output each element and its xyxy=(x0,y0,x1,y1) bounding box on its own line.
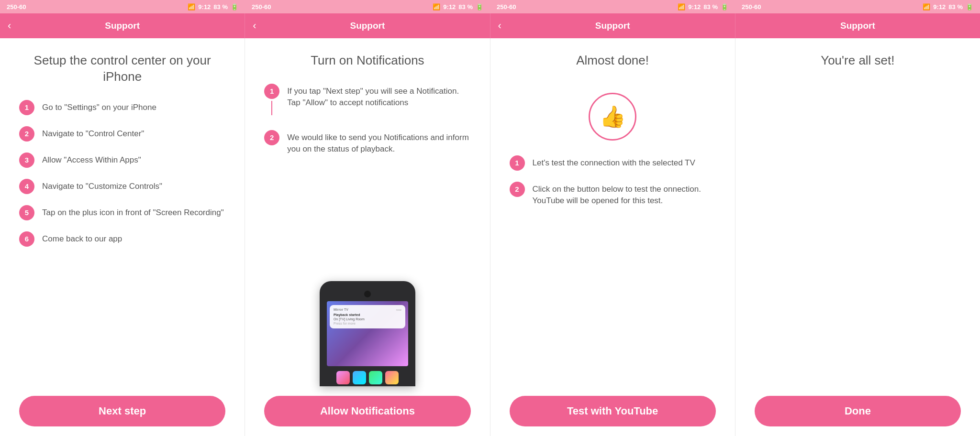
notif-step-text-1: If you tap "Next step" you will see a No… xyxy=(287,83,470,109)
header-bar: ‹ Support ‹ Support ‹ Support Support xyxy=(0,13,980,38)
app-icon-1 xyxy=(336,371,350,384)
battery-icon-2: 🔋 xyxy=(476,3,483,11)
panel3-step-2: 2 Click on the button below to test the … xyxy=(510,181,716,207)
step-2: 2 Navigate to "Control Center" xyxy=(19,126,225,142)
panel3-step-number-2: 2 xyxy=(510,182,525,197)
battery-3: 83 % xyxy=(703,3,718,11)
step-3: 3 Allow "Access Within Apps" xyxy=(19,152,225,168)
step-number-col-1: 1 xyxy=(264,83,279,115)
battery-icon-3: 🔋 xyxy=(721,3,728,11)
step-number-4: 4 xyxy=(19,179,34,194)
step-number-1: 1 xyxy=(19,100,34,115)
app-icon-4 xyxy=(385,371,399,384)
time-4: 9:12 xyxy=(933,3,946,11)
panel3-step-text-1: Let's test the connection with the selec… xyxy=(533,155,695,169)
step-number-5: 5 xyxy=(19,205,34,220)
step-4: 4 Navigate to "Customize Controls" xyxy=(19,178,225,194)
next-step-button[interactable]: Next step xyxy=(19,396,225,426)
notif-step-number-1: 1 xyxy=(264,84,279,99)
step-6: 6 Come back to our app xyxy=(19,231,225,247)
panel3-step-1: 1 Let's test the connection with the sel… xyxy=(510,155,716,171)
status-bar: 250-60 📶 9:12 83 % 🔋 250-60 📶 9:12 83 % … xyxy=(0,0,980,13)
notif-step-number-2: 2 xyxy=(264,130,279,145)
allow-notifications-button[interactable]: Allow Notifications xyxy=(264,396,470,426)
panel2-steps: 1 If you tap "Next step" you will see a … xyxy=(264,83,470,235)
panel4-content xyxy=(755,83,961,386)
notif-step-1: 1 If you tap "Next step" you will see a … xyxy=(264,83,470,115)
notif-app-name: Mirror TV xyxy=(334,308,348,311)
header-title-2: Support xyxy=(350,21,385,31)
carrier-4: 250-60 xyxy=(742,3,761,11)
wifi-icon-3: 📶 xyxy=(678,3,685,11)
step-number-2: 2 xyxy=(19,126,34,142)
step-number-3: 3 xyxy=(19,153,34,168)
panel-notifications: Turn on Notifications 1 If you tap "Next… xyxy=(245,38,490,436)
step-text-3: Allow "Access Within Apps" xyxy=(42,152,141,166)
panel2-footer: Allow Notifications xyxy=(264,386,470,426)
back-button-1[interactable]: ‹ xyxy=(8,20,11,32)
step-1: 1 Go to "Settings" on your iPhone xyxy=(19,99,225,115)
app-icon-3 xyxy=(369,371,382,384)
header-panel-4: Support xyxy=(735,13,980,38)
step-5: 5 Tap on the plus icon in front of "Scre… xyxy=(19,205,225,220)
carrier-1: 250-60 xyxy=(7,3,26,11)
carrier-3: 250-60 xyxy=(497,3,516,11)
test-youtube-button[interactable]: Test with YouTube xyxy=(510,396,716,426)
panel4-title: You're all set! xyxy=(755,53,961,69)
thumbs-up-icon: 👍 xyxy=(589,93,636,141)
step-number-6: 6 xyxy=(19,231,34,247)
app-icon-2 xyxy=(353,371,366,384)
time-2: 9:12 xyxy=(443,3,456,11)
battery-1: 83 % xyxy=(213,3,228,11)
notif-time: now xyxy=(396,308,401,311)
panel-setup-control-center: Setup the control center on your iPhone … xyxy=(0,38,245,436)
notification-banner: Mirror TV now Playback started On [TV] L… xyxy=(330,305,405,328)
status-segment-2: 250-60 📶 9:12 83 % 🔋 xyxy=(245,0,490,13)
phone-camera xyxy=(364,291,371,297)
panel3-title: Almost done! xyxy=(510,53,716,69)
phone-home-bar xyxy=(336,369,399,386)
status-segment-1: 250-60 📶 9:12 83 % 🔋 xyxy=(0,0,245,13)
notif-line2: On [TV] Living Room xyxy=(334,317,401,321)
panel1-footer: Next step xyxy=(19,386,225,426)
battery-icon-1: 🔋 xyxy=(231,3,238,11)
header-panel-3: ‹ Support xyxy=(490,13,735,38)
panel3-footer: Test with YouTube xyxy=(510,386,716,426)
battery-icon-4: 🔋 xyxy=(966,3,973,11)
panel3-step-text-2: Click on the button below to test the on… xyxy=(533,181,716,207)
panel3-step-number-1: 1 xyxy=(510,155,525,171)
step-text-6: Come back to our app xyxy=(42,231,122,245)
time-1: 9:12 xyxy=(198,3,211,11)
notif-step-text-2: We would like to send you Notifications … xyxy=(287,130,470,155)
back-button-3[interactable]: ‹ xyxy=(498,20,501,32)
panel1-title: Setup the control center on your iPhone xyxy=(19,53,225,85)
panel-all-set: You're all set! Done xyxy=(735,38,980,436)
wifi-icon-4: 📶 xyxy=(923,3,930,11)
notif-line3: Press for more xyxy=(334,321,401,326)
header-panel-2: ‹ Support xyxy=(245,13,490,38)
step-text-2: Navigate to "Control Center" xyxy=(42,126,144,140)
notif-line1: Playback started xyxy=(334,313,401,317)
step-text-4: Navigate to "Customize Controls" xyxy=(42,178,162,192)
header-panel-1: ‹ Support xyxy=(0,13,245,38)
phone-mockup-area: Mirror TV now Playback started On [TV] L… xyxy=(264,235,470,386)
panel-almost-done: Almost done! 👍 1 Let's test the connecti… xyxy=(490,38,735,436)
step-connector-line xyxy=(271,101,272,115)
status-segment-4: 250-60 📶 9:12 83 % 🔋 xyxy=(735,0,980,13)
done-button[interactable]: Done xyxy=(755,396,961,426)
main-content: Setup the control center on your iPhone … xyxy=(0,38,980,436)
header-title-4: Support xyxy=(840,21,875,31)
wifi-icon-1: 📶 xyxy=(188,3,195,11)
step-text-1: Go to "Settings" on your iPhone xyxy=(42,99,156,113)
phone-screen: Mirror TV now Playback started On [TV] L… xyxy=(327,301,408,366)
status-segment-3: 250-60 📶 9:12 83 % 🔋 xyxy=(490,0,735,13)
header-title-3: Support xyxy=(595,21,630,31)
phone-mockup: Mirror TV now Playback started On [TV] L… xyxy=(320,281,415,386)
carrier-2: 250-60 xyxy=(252,3,271,11)
header-title-1: Support xyxy=(105,21,140,31)
panel1-steps: 1 Go to "Settings" on your iPhone 2 Navi… xyxy=(19,99,225,386)
panel4-footer: Done xyxy=(755,386,961,426)
panel2-title: Turn on Notifications xyxy=(264,53,470,69)
wifi-icon-2: 📶 xyxy=(433,3,440,11)
back-button-2[interactable]: ‹ xyxy=(253,20,256,32)
